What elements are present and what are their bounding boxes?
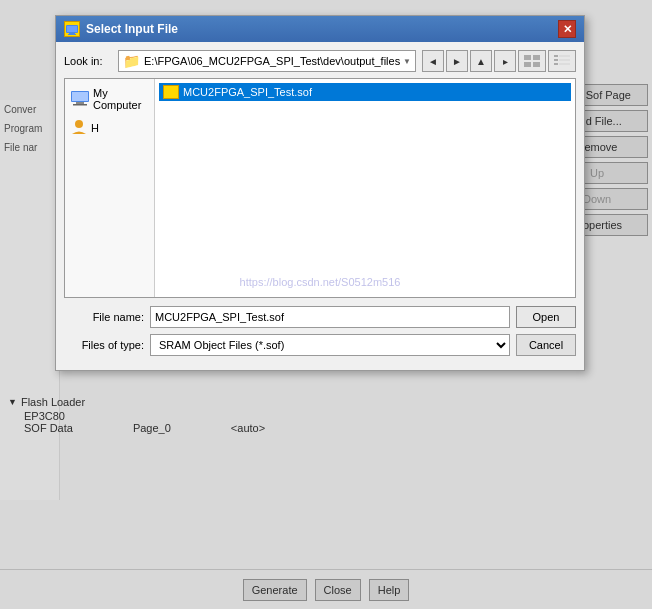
svg-rect-16 (76, 102, 84, 104)
toolbar-buttons: ◄ ► ▲ ▸ (422, 50, 576, 72)
svg-rect-13 (559, 63, 570, 65)
dialog-titlebar: Select Input File ✕ (56, 16, 584, 42)
filetype-select[interactable]: SRAM Object Files (*.sof) (150, 334, 510, 356)
open-button[interactable]: Open (516, 306, 576, 328)
look-in-dropdown-arrow: ▼ (403, 57, 411, 66)
computer-icon (71, 91, 89, 108)
filename-row: File name: Open (64, 306, 576, 328)
nav-more-btn[interactable]: ▸ (494, 50, 516, 72)
svg-point-18 (75, 120, 83, 128)
filetype-row: Files of type: SRAM Object Files (*.sof)… (64, 334, 576, 356)
svg-rect-9 (559, 55, 570, 57)
dialog-icon (64, 21, 80, 37)
svg-rect-11 (559, 59, 570, 61)
filename-label: File name: (64, 311, 144, 323)
svg-rect-8 (554, 55, 558, 57)
nav-item-h[interactable]: H (65, 115, 154, 141)
look-in-label: Look in: (64, 55, 112, 67)
svg-rect-3 (68, 34, 76, 35)
dialog-body: Look in: 📁 E:\FPGA\06_MCU2FPGA_SPI_Test\… (56, 42, 584, 370)
dialog-close-button[interactable]: ✕ (558, 20, 576, 38)
nav-up-btn[interactable]: ▲ (470, 50, 492, 72)
view-detail-btn[interactable] (548, 50, 576, 72)
file-browser: My Computer H MCU2FPGA_SPI_Test.s (64, 78, 576, 298)
look-in-row: Look in: 📁 E:\FPGA\06_MCU2FPGA_SPI_Test\… (64, 50, 576, 72)
select-input-file-dialog: Select Input File ✕ Look in: 📁 E:\FPGA\0… (55, 15, 585, 371)
nav-back-btn[interactable]: ◄ (422, 50, 444, 72)
filetype-label: Files of type: (64, 339, 144, 351)
svg-rect-17 (73, 104, 87, 106)
nav-item-mycomputer[interactable]: My Computer (65, 83, 154, 115)
nav-mycomputer-label: My Computer (93, 87, 148, 111)
svg-rect-12 (554, 63, 558, 65)
svg-rect-6 (524, 62, 531, 67)
svg-rect-1 (67, 26, 77, 32)
dialog-title-left: Select Input File (64, 21, 178, 37)
look-in-path: E:\FPGA\06_MCU2FPGA_SPI_Test\dev\output_… (144, 55, 401, 67)
file-item-sof[interactable]: MCU2FPGA_SPI_Test.sof (159, 83, 571, 101)
svg-rect-15 (72, 92, 88, 101)
nav-forward-btn[interactable]: ► (446, 50, 468, 72)
svg-rect-4 (524, 55, 531, 60)
svg-rect-2 (69, 33, 75, 34)
file-item-name: MCU2FPGA_SPI_Test.sof (183, 86, 312, 98)
cancel-button[interactable]: Cancel (516, 334, 576, 356)
sof-file-icon (163, 85, 179, 99)
nav-h-label: H (91, 122, 99, 134)
file-list: MCU2FPGA_SPI_Test.sof (155, 79, 575, 297)
user-icon (71, 119, 87, 137)
dialog-title: Select Input File (86, 22, 178, 36)
view-list-btn[interactable] (518, 50, 546, 72)
look-in-dropdown[interactable]: 📁 E:\FPGA\06_MCU2FPGA_SPI_Test\dev\outpu… (118, 50, 416, 72)
svg-rect-7 (533, 62, 540, 67)
nav-panel: My Computer H (65, 79, 155, 297)
svg-rect-5 (533, 55, 540, 60)
svg-rect-10 (554, 59, 558, 61)
filename-input[interactable] (150, 306, 510, 328)
